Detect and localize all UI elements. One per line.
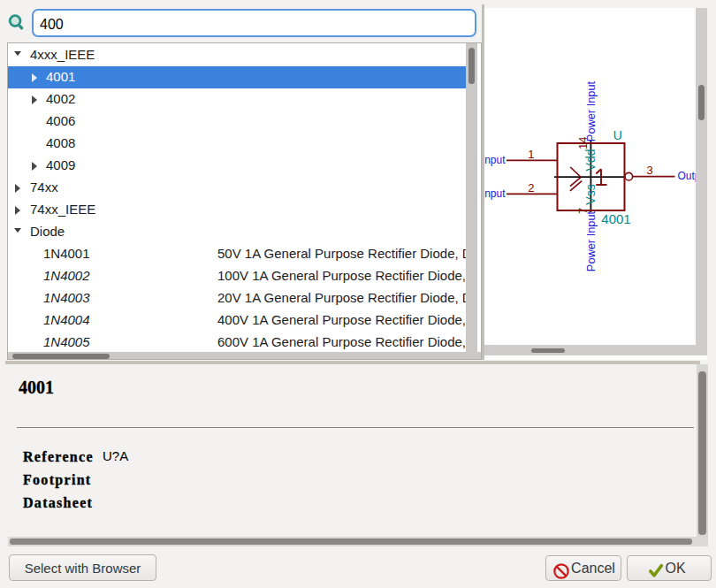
- svg-text:Vss: Vss: [583, 184, 598, 204]
- svg-text:3: 3: [646, 164, 652, 177]
- svg-text:Input: Input: [484, 187, 506, 200]
- svg-text:1: 1: [528, 148, 534, 161]
- svg-text:Input: Input: [484, 154, 506, 166]
- svg-text:Power Input: Power Input: [584, 210, 598, 271]
- svg-text:4001: 4001: [601, 211, 630, 226]
- svg-text:2: 2: [528, 181, 534, 195]
- svg-text:Power Input: Power Input: [584, 80, 598, 141]
- svg-text:Vdd: Vdd: [583, 149, 598, 172]
- svg-text:U: U: [613, 128, 622, 142]
